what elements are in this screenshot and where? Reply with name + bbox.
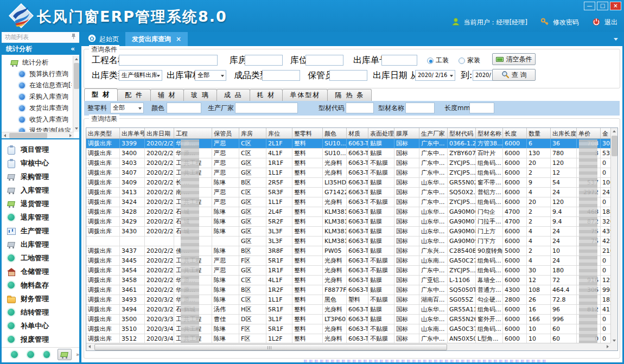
dot-icon[interactable]	[27, 351, 34, 358]
material-tab-7[interactable]: 隔 热 条	[327, 89, 372, 101]
column-header-2[interactable]: 出库日期	[145, 128, 174, 138]
material-tab-6[interactable]: 单体型材	[282, 89, 328, 101]
sidebar-item-outstock[interactable]: 出库管理	[2, 238, 79, 251]
sidebar-item-returnstock[interactable]: 退库管理	[2, 210, 79, 224]
tree-root[interactable]: 统计分析	[5, 57, 72, 68]
tree-item-2[interactable]: 采购入库查询	[5, 91, 72, 103]
column-header-13[interactable]: 型材代码	[448, 128, 476, 138]
radio-jiazhuang[interactable]: 家装	[459, 56, 480, 65]
close-button[interactable]: ×	[610, 2, 621, 10]
column-header-9[interactable]: 材质	[347, 128, 368, 138]
grid-horizontal-scrollbar[interactable]	[86, 343, 611, 350]
length-input[interactable]	[469, 103, 494, 113]
material-tab-3[interactable]: 玻 璃	[183, 89, 217, 101]
table-row[interactable]: 调拨出库34002020/2/25华 原...严思C区4L1F整料SU10...…	[86, 149, 618, 158]
tab-close-icon[interactable]: ×	[176, 35, 181, 43]
sidebar-item-inventory[interactable]: 物料盘存	[2, 278, 79, 292]
profile-code-input[interactable]	[346, 103, 374, 113]
whole-part-select[interactable]: 全部	[110, 103, 144, 113]
sidebar-item-project[interactable]: 项目管理	[2, 143, 79, 156]
table-row[interactable]: 调拨出库34092020/2/25长 ...陈琳B区2R5F整料LI35HD60…	[86, 178, 618, 188]
material-tab-1[interactable]: 配 件	[117, 89, 151, 101]
pin-icon[interactable]	[71, 32, 76, 42]
table-row[interactable]: 调拨出库34612020/2/28华 原...陈琳B区1R2F整料F8877FT…	[86, 285, 618, 295]
grid-vertical-scrollbar[interactable]	[610, 128, 617, 344]
search-button[interactable]: 查 询	[492, 69, 536, 81]
sidebar-item-audit[interactable]: 审核中心	[2, 156, 79, 170]
toolbar-cart-button[interactable]	[58, 349, 72, 360]
sidebar-item-carryover[interactable]: 结转管理	[2, 305, 79, 319]
out-audit-select[interactable]: 全部	[195, 70, 226, 81]
table-row[interactable]: 调拨出库34372020/2/27佛 ...陈琳B区3R8F整料PW056063…	[86, 246, 618, 256]
maximize-button[interactable]: □	[597, 2, 608, 10]
table-row[interactable]: 调拨出库34242020/2/26工 共工程严思G区1L1F整料光身料6063-…	[86, 197, 618, 207]
table-row[interactable]: 调拨出库33992020/2/25华 原...严思C区2L1F整料SU10...…	[86, 139, 618, 149]
column-header-11[interactable]: 膜厚	[394, 128, 419, 138]
column-header-1[interactable]: 出库单号	[120, 128, 145, 138]
column-header-18[interactable]: 单价	[577, 128, 601, 138]
material-tab-4[interactable]: 成 品	[217, 89, 250, 101]
table-row[interactable]: 调拨出库35102020/3/4工 共工程陈琳F区5R1F整料光身料6063-T…	[86, 324, 618, 334]
sidebar-item-finance[interactable]: 财务管理	[2, 292, 79, 305]
date-from-select[interactable]: 2020/ 2/16	[415, 70, 455, 81]
color-input[interactable]	[167, 103, 201, 113]
column-header-15[interactable]: 长度	[503, 128, 527, 138]
column-header-3[interactable]: 工程	[174, 128, 212, 138]
sidebar-item-scrap[interactable]: 报废管理	[2, 333, 79, 346]
column-header-14[interactable]: 型材名称	[476, 128, 503, 138]
sidebar-item-returns[interactable]: 退货管理	[2, 197, 79, 210]
minimize-button[interactable]: —	[584, 2, 595, 10]
clear-conditions-button[interactable]: 清空条件	[492, 53, 536, 65]
tree-item-0[interactable]: 预算执行查询	[5, 68, 72, 80]
table-row[interactable]: 调拨出库34032020/2/25工 共工程严思G区1R1F整料光身料6063-…	[86, 158, 618, 168]
tree-item-1[interactable]: 在途信息查询[待	[5, 80, 72, 91]
more-chevron[interactable]: »	[76, 352, 79, 357]
warehouse-input[interactable]	[245, 55, 283, 66]
table-row[interactable]: 调拨出库35002020/3/3工 共工程曹佳D区3L1F整料LT3P60606…	[86, 315, 618, 324]
sidebar-item-production[interactable]: 生产管理	[2, 224, 79, 238]
scrollbar-thumb[interactable]	[94, 344, 447, 350]
table-row[interactable]: 调拨出库34292020/2/26石 城陈琳G区5R2F整料KLM3817606…	[86, 217, 618, 227]
table-row[interactable]: 调拨出库34542020/2/28工 共工程严思G区1R1F整料光身料6063-…	[86, 266, 618, 276]
out-type-select[interactable]: 生产领料出库	[119, 70, 162, 81]
sidebar-section-header[interactable]: 统计分析 «	[2, 43, 79, 55]
location-input[interactable]	[305, 55, 343, 66]
column-header-7[interactable]: 整零料	[292, 128, 323, 138]
collapse-icon[interactable]: «	[71, 43, 75, 55]
sidebar-item-supplement[interactable]: 补单中心	[2, 319, 79, 333]
material-tab-0[interactable]: 型 材	[84, 88, 118, 101]
tree-item-3[interactable]: 发货出库查询	[5, 103, 72, 114]
change-password-link[interactable]: 修改密码	[553, 18, 579, 27]
table-row[interactable]: G区3L3F整料KLM38176063-T5贴膜国标山东华...GA90M09.…	[86, 237, 618, 246]
table-row[interactable]: 调拨出库34132020/2/26南 ...严思C区5R3F整料G7142260…	[86, 188, 618, 197]
tree-vertical-scrollbar[interactable]	[73, 56, 79, 132]
keeper-input[interactable]	[329, 70, 367, 81]
profile-name-input[interactable]	[405, 103, 435, 113]
logout-link[interactable]: 退出	[604, 18, 617, 27]
column-header-0[interactable]: 出库类型	[86, 128, 120, 138]
sidebar-item-instock[interactable]: 入库管理	[2, 183, 79, 197]
sidebar-item-site[interactable]: 工地管理	[2, 251, 79, 265]
column-header-6[interactable]: 库位	[266, 128, 292, 138]
material-tab-5[interactable]: 耗 材	[250, 89, 283, 101]
column-header-8[interactable]: 颜色	[323, 128, 347, 138]
dot-icon[interactable]	[43, 351, 50, 358]
table-row[interactable]: 调拨出库34582020/2/28华 原...陈琳C区4L1F整料光身料6063…	[86, 276, 618, 285]
tree-horizontal-scrollbar[interactable]	[2, 132, 74, 138]
material-tab-2[interactable]: 辅 材	[150, 89, 184, 101]
table-row[interactable]: 调拨出库34932020/3/2华 原...陈琳C区1L1F整料黑色塑料不贴膜国…	[86, 295, 618, 305]
project-name-input[interactable]	[119, 55, 218, 66]
tree-item-4[interactable]: 收货入库查询	[5, 114, 72, 125]
table-row[interactable]: 调拨出库34282020/2/26石 城陈琳G区2L4F整料KLM3817606…	[86, 207, 618, 217]
product-type-input[interactable]	[262, 70, 300, 81]
tab-list-caret-icon[interactable]	[614, 38, 618, 41]
table-row[interactable]: 调拨出库34452020/2/27工 共工程严思F区5R1F整料光身料6063-…	[86, 256, 618, 266]
tab-shipping-outbound-query[interactable]: 发货出库查询 ×	[125, 32, 188, 46]
dot-icon[interactable]	[11, 351, 18, 358]
sidebar-item-purchase[interactable]: 采购管理	[2, 170, 79, 183]
column-header-16[interactable]: 数量	[527, 128, 551, 138]
tab-home[interactable]: 起始页	[81, 32, 125, 46]
column-header-4[interactable]: 保管员	[212, 128, 239, 138]
maker-input[interactable]	[235, 103, 298, 113]
column-header-12[interactable]: 生产厂家	[419, 128, 448, 138]
